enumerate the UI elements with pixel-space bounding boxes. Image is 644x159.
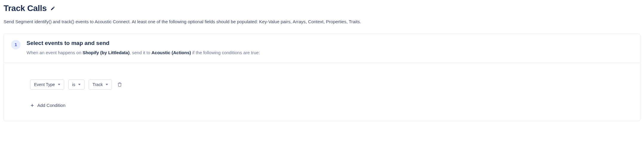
subtitle-mid: , send it to [130, 50, 151, 55]
page-title: Track Calls [4, 4, 47, 13]
panel-body: Event Type is Track [4, 63, 640, 121]
panel-subtitle: When an event happens on Shopify (by Lit… [27, 49, 633, 56]
plus-icon [30, 103, 34, 107]
mapping-panel: 1 Select events to map and send When an … [4, 34, 640, 121]
step-number-badge: 1 [11, 40, 21, 49]
page-description: Send Segment identify() and track() even… [4, 18, 640, 25]
caret-down-icon [78, 83, 81, 86]
condition-row: Event Type is Track [30, 80, 633, 90]
condition-value-dropdown[interactable]: Track [89, 80, 112, 90]
condition-field-label: Event Type [34, 82, 55, 87]
delete-condition-button[interactable] [116, 81, 123, 88]
condition-value-label: Track [93, 82, 103, 87]
add-condition-label: Add Condition [37, 103, 65, 108]
subtitle-prefix: When an event happens on [27, 50, 83, 55]
edit-icon[interactable] [50, 6, 55, 11]
caret-down-icon [58, 83, 60, 86]
condition-operator-dropdown[interactable]: is [68, 80, 84, 90]
condition-field-dropdown[interactable]: Event Type [30, 80, 64, 90]
condition-operator-label: is [72, 82, 75, 87]
panel-header: 1 Select events to map and send When an … [4, 34, 640, 63]
add-condition-button[interactable]: Add Condition [30, 102, 65, 109]
caret-down-icon [106, 83, 108, 86]
subtitle-suffix: if the following conditions are true: [191, 50, 260, 55]
subtitle-source: Shopify (by Littledata) [83, 50, 130, 55]
subtitle-destination: Acoustic (Actions) [152, 50, 191, 55]
panel-title: Select events to map and send [27, 40, 633, 46]
